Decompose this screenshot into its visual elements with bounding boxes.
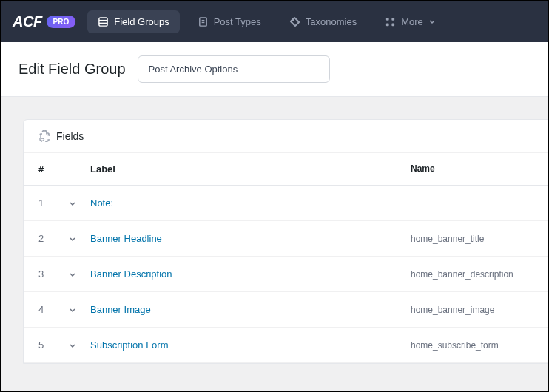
field-label-link[interactable]: Banner Image [90, 304, 151, 315]
chevron-down-icon [68, 234, 77, 243]
field-label-link[interactable]: Banner Description [90, 268, 172, 280]
fields-panel: Fields # Label Name 1Note:2Banner Headli… [23, 119, 548, 364]
row-number: 1 [38, 197, 68, 209]
expand-toggle[interactable] [68, 341, 90, 350]
layout-icon [98, 16, 109, 27]
expand-toggle[interactable] [68, 270, 90, 279]
puzzle-icon [38, 130, 50, 142]
row-number: 4 [38, 304, 68, 315]
row-number: 3 [38, 268, 68, 280]
row-name: home_banner_description [411, 269, 533, 280]
svg-rect-10 [392, 23, 395, 26]
expand-toggle[interactable] [68, 199, 90, 208]
svg-rect-9 [386, 23, 389, 26]
chevron-down-icon [68, 270, 77, 279]
title-bar: Edit Field Group [1, 42, 548, 97]
row-number: 5 [38, 339, 68, 351]
table-row[interactable]: 1Note: [24, 186, 548, 221]
pro-badge: PRO [47, 16, 76, 28]
row-name: home_subscribe_form [411, 340, 533, 351]
chevron-down-icon [68, 341, 77, 350]
panel-header: Fields [24, 120, 548, 153]
col-header-label: Label [90, 163, 411, 175]
panel-title: Fields [56, 130, 84, 142]
nav-label: Taxonomies [306, 16, 357, 27]
table-row[interactable]: 5Subscription Formhome_subscribe_form [24, 328, 548, 363]
chevron-down-icon [68, 305, 77, 314]
table-row[interactable]: 4Banner Imagehome_banner_image [24, 292, 548, 328]
svg-rect-7 [386, 17, 389, 20]
svg-rect-0 [99, 17, 107, 25]
nav-label: More [401, 16, 423, 27]
field-group-title-input[interactable] [138, 55, 330, 83]
nav-more[interactable]: More [374, 10, 446, 33]
field-label-link[interactable]: Banner Headline [90, 233, 162, 244]
svg-point-6 [292, 18, 294, 20]
col-header-spacer [68, 163, 90, 175]
chevron-down-icon [428, 18, 436, 25]
table-row[interactable]: 3Banner Descriptionhome_banner_descripti… [24, 257, 548, 292]
nav-post-types[interactable]: Post Types [187, 10, 272, 33]
table-row[interactable]: 2Banner Headlinehome_banner_title [24, 221, 548, 257]
row-name: home_banner_image [411, 305, 533, 315]
row-label: Note: [90, 197, 411, 209]
expand-toggle[interactable] [68, 234, 90, 243]
row-label: Banner Headline [90, 233, 411, 244]
content-area: Fields # Label Name 1Note:2Banner Headli… [1, 97, 548, 392]
logo-text: ACF [13, 13, 42, 30]
nav-field-groups[interactable]: Field Groups [87, 10, 179, 33]
grid-icon [385, 16, 396, 27]
row-label: Subscription Form [90, 339, 411, 351]
table-header: # Label Name [24, 153, 548, 186]
top-navbar: ACF PRO Field Groups Post Types Taxonomi… [1, 1, 548, 42]
chevron-down-icon [68, 199, 77, 208]
field-label-link[interactable]: Note: [90, 197, 113, 209]
logo: ACF PRO [13, 13, 75, 30]
expand-toggle[interactable] [68, 305, 90, 314]
row-number: 2 [38, 233, 68, 244]
nav-label: Post Types [214, 16, 261, 27]
col-header-name: Name [411, 163, 533, 175]
tag-icon [289, 16, 300, 27]
nav-taxonomies[interactable]: Taxonomies [279, 10, 367, 33]
field-label-link[interactable]: Subscription Form [90, 339, 168, 351]
svg-rect-3 [200, 17, 206, 25]
page-title: Edit Field Group [18, 61, 126, 78]
nav-label: Field Groups [114, 16, 169, 27]
col-header-num: # [38, 163, 68, 175]
row-name: home_banner_title [411, 234, 533, 244]
row-label: Banner Image [90, 304, 411, 315]
row-label: Banner Description [90, 268, 411, 280]
document-icon [198, 16, 209, 27]
svg-rect-8 [392, 17, 395, 20]
